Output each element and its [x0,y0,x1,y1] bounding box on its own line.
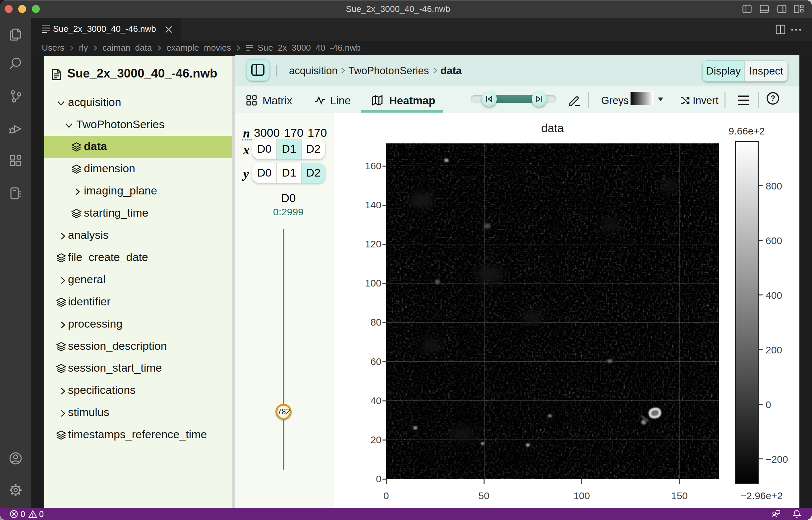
svg-text:?: ? [770,94,775,103]
